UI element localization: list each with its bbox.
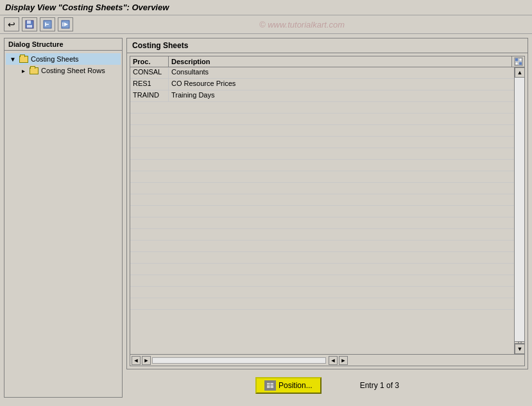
empty-row: [130, 125, 514, 137]
empty-row: [130, 183, 514, 194]
empty-row: [130, 229, 514, 241]
main-content: Dialog Structure ▼ Costing Sheets ▸ Cost…: [0, 34, 532, 402]
table-header: Proc. Description: [130, 56, 524, 67]
tree-container: ▼ Costing Sheets ▸ Costing Sheet Rows: [4, 51, 122, 79]
table-wrapper: Proc. Description: [130, 56, 525, 366]
title-bar: Display View "Costing Sheets": Overview: [0, 0, 532, 15]
empty-row: [130, 217, 514, 229]
costing-sheets-label: Costing Sheets: [31, 55, 79, 63]
col-header-proc: Proc.: [130, 56, 169, 67]
empty-row: [130, 298, 514, 310]
h-scroll-right: ◄ ►: [327, 356, 524, 365]
position-button[interactable]: Position...: [255, 377, 322, 394]
empty-row: [130, 171, 514, 183]
toolbar: ↩ © www.tutorialkart.com: [0, 15, 532, 34]
tree-child-container: ▸ Costing Sheet Rows: [6, 65, 121, 76]
tree-item-costing-sheets[interactable]: ▼ Costing Sheets: [6, 53, 121, 65]
costing-sheet-rows-folder-icon: [29, 66, 39, 75]
empty-row: [130, 137, 514, 148]
find-button[interactable]: [40, 17, 55, 31]
save-button[interactable]: [22, 17, 37, 31]
table-footer: ◄ ► ◄ ►: [130, 354, 524, 366]
cell-desc-3: Training Days: [169, 90, 514, 101]
vertical-scrollbar[interactable]: ▲ ▼: [514, 67, 524, 354]
empty-row: [130, 252, 514, 264]
table-row[interactable]: TRAIND Training Days: [130, 90, 514, 102]
h-scroll-left-button[interactable]: ◄: [132, 356, 141, 365]
h-scroll-track-left[interactable]: [152, 357, 326, 364]
svg-rect-13: [519, 62, 522, 65]
table-row[interactable]: CONSAL Consultants: [130, 67, 514, 79]
back-button[interactable]: ↩: [4, 17, 19, 31]
cell-proc-1: CONSAL: [130, 67, 169, 78]
empty-row: [130, 114, 514, 125]
cell-proc-3: TRAIND: [130, 90, 169, 101]
empty-row: [130, 287, 514, 298]
svg-rect-11: [519, 58, 522, 61]
dialog-structure-panel: Dialog Structure ▼ Costing Sheets ▸ Cost…: [4, 38, 123, 398]
dialog-structure-title: Dialog Structure: [4, 38, 122, 51]
empty-row: [130, 102, 514, 114]
svg-rect-12: [515, 62, 518, 65]
tree-toggle-costing-sheets[interactable]: ▼: [8, 55, 17, 63]
scroll-up-button[interactable]: ▲: [515, 67, 524, 78]
costing-sheet-rows-label: Costing Sheet Rows: [41, 67, 105, 74]
tree-toggle-rows: ▸: [19, 66, 28, 75]
table-rows-area: CONSAL Consultants RES1 CO Resource Pric…: [130, 67, 514, 354]
empty-row: [130, 241, 514, 252]
cell-proc-2: RES1: [130, 79, 169, 90]
bottom-bar: Position... Entry 1 of 3: [126, 373, 528, 398]
h-scroll-left2-button[interactable]: ◄: [329, 356, 338, 365]
h-scroll-left: ◄ ►: [130, 356, 327, 365]
table-panel: Costing Sheets Proc. Description: [126, 38, 528, 369]
empty-row: [130, 264, 514, 275]
table-panel-title: Costing Sheets: [127, 38, 528, 53]
position-button-icon: [264, 380, 276, 391]
empty-row: [130, 206, 514, 217]
cell-desc-2: CO Resource Prices: [169, 79, 514, 90]
empty-row: [130, 160, 514, 171]
empty-row: [130, 148, 514, 160]
col-header-description: Description: [169, 56, 511, 67]
svg-rect-2: [27, 25, 32, 28]
h-scroll-right-button[interactable]: ►: [142, 356, 151, 365]
cell-desc-1: Consultants: [169, 67, 514, 78]
svg-rect-10: [515, 58, 518, 61]
svg-rect-1: [27, 21, 31, 24]
next-button[interactable]: [58, 17, 73, 31]
position-button-label: Position...: [279, 381, 313, 390]
scroll-track[interactable]: [515, 78, 524, 341]
costing-sheets-folder-icon: [19, 55, 29, 63]
watermark: © www.tutorialkart.com: [76, 20, 528, 30]
page-title: Display View "Costing Sheets": Overview: [5, 3, 169, 12]
empty-row: [130, 275, 514, 287]
right-panel: Costing Sheets Proc. Description: [126, 38, 528, 398]
scroll-down-button[interactable]: ▼: [515, 344, 524, 354]
h-scroll-right2-button[interactable]: ►: [339, 356, 348, 365]
entry-info: Entry 1 of 3: [360, 381, 399, 390]
tree-item-costing-sheet-rows[interactable]: ▸ Costing Sheet Rows: [16, 65, 121, 76]
table-body: CONSAL Consultants RES1 CO Resource Pric…: [130, 67, 514, 354]
empty-row: [130, 194, 514, 206]
table-row[interactable]: RES1 CO Resource Prices: [130, 79, 514, 90]
col-settings-icon[interactable]: [511, 56, 524, 67]
